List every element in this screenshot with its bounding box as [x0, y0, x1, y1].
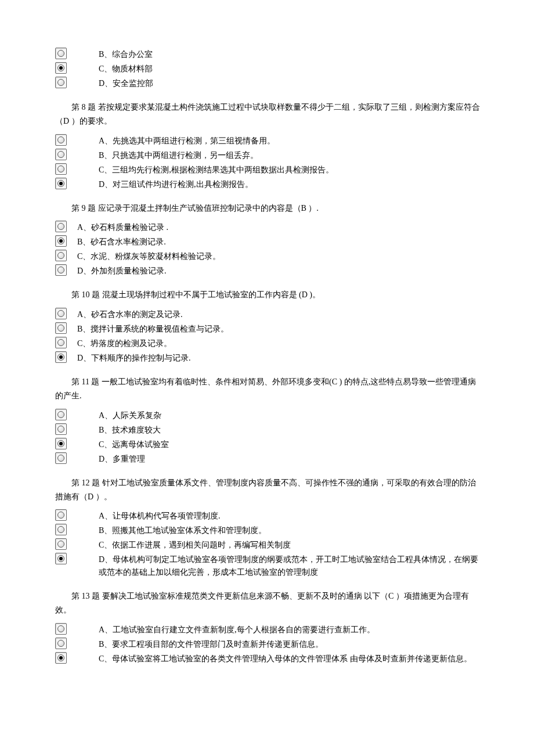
q10-option-d[interactable]: D、下料顺序的操作控制与记录. — [55, 351, 482, 365]
option-label: B、搅拌计量系统的称量视值检查与记录。 — [77, 322, 482, 336]
radio-icon — [55, 509, 67, 521]
radio-icon — [55, 221, 67, 232]
q9-text: 第 9 题 应记录于混凝土拌制生产试验值班控制记录中的内容是（B ）. — [55, 201, 482, 215]
option-label: D、母体机构可制定工地试验室各项管理制度的纲要或范本，开工时工地试验室结合工程具… — [99, 553, 482, 579]
option-label: C、水泥、粉煤灰等胶凝材料检验记录。 — [77, 250, 482, 263]
radio-icon — [55, 250, 67, 261]
radio-icon — [55, 149, 67, 160]
q11-option-b[interactable]: B、技术难度较大 — [55, 423, 482, 437]
radio-icon — [55, 438, 67, 449]
option-label: C、三组均先行检测,根据检测结果选其中两组数据出具检测报告。 — [99, 163, 482, 177]
q8-option-a[interactable]: A、先挑选其中两组进行检测，第三组视情备用。 — [55, 134, 482, 147]
q7-tail-options: B、综合办公室 C、物质材料部 D、安全监控部 — [55, 48, 482, 90]
q9-option-b[interactable]: B、砂石含水率检测记录. — [55, 235, 482, 249]
option-label: D、外加剂质量检验记录. — [77, 264, 482, 278]
radio-icon — [55, 423, 67, 435]
option-label: D、安全监控部 — [99, 77, 482, 90]
option-label: A、砂石料质量检验记录 . — [77, 221, 482, 234]
option-label: B、要求工程项目部的文件管理部门及时查新并传递更新信息。 — [99, 638, 482, 651]
q12-text: 第 12 题 针对工地试验室质量体系文件、管理制度内容质量不高、可操作性不强的通… — [55, 476, 482, 504]
q11-option-d[interactable]: D、多重管理 — [55, 452, 482, 466]
radio-icon — [55, 337, 67, 348]
option-label: B、照搬其他工地试验室体系文件和管理制度。 — [99, 524, 482, 537]
q12-option-c[interactable]: C、依据工作进展，遇到相关问题时，再编写相关制度 — [55, 538, 482, 552]
radio-icon — [55, 623, 67, 635]
q9-options: A、砂石料质量检验记录 . B、砂石含水率检测记录. C、水泥、粉煤灰等胶凝材料… — [55, 221, 482, 278]
option-label: C、依据工作进展，遇到相关问题时，再编写相关制度 — [99, 538, 482, 552]
radio-icon — [55, 235, 67, 247]
radio-icon — [55, 409, 67, 420]
radio-icon — [55, 322, 67, 334]
option-label: C、远离母体试验室 — [99, 438, 482, 451]
q13-options: A、工地试验室自行建立文件查新制度,每个人根据各自的需要进行查新工作。 B、要求… — [55, 623, 482, 665]
option-label: D、下料顺序的操作控制与记录. — [77, 351, 482, 365]
radio-icon — [55, 163, 67, 175]
q8-option-d[interactable]: D、对三组试件均进行检测,出具检测报告。 — [55, 178, 482, 191]
q12-option-d[interactable]: D、母体机构可制定工地试验室各项管理制度的纲要或范本，开工时工地试验室结合工程具… — [55, 553, 482, 579]
q9-option-d[interactable]: D、外加剂质量检验记录. — [55, 264, 482, 278]
radio-icon — [55, 538, 67, 550]
option-label: B、综合办公室 — [99, 48, 482, 61]
q11-text: 第 11 题 一般工地试验室均有着临时性、条件相对简易、外部环境多变和(C ) … — [55, 375, 482, 403]
option-label: B、技术难度较大 — [99, 423, 482, 437]
q13-option-b[interactable]: B、要求工程项目部的文件管理部门及时查新并传递更新信息。 — [55, 638, 482, 651]
option-label: A、先挑选其中两组进行检测，第三组视情备用。 — [99, 134, 482, 147]
radio-icon — [55, 452, 67, 464]
option-label: A、工地试验室自行建立文件查新制度,每个人根据各自的需要进行查新工作。 — [99, 623, 482, 636]
radio-icon — [55, 638, 67, 649]
option-label: B、只挑选其中两组进行检测，另一组丢弃。 — [99, 149, 482, 162]
q10-option-c[interactable]: C、坍落度的检测及记录。 — [55, 337, 482, 350]
radio-icon — [55, 178, 67, 189]
q11-option-c[interactable]: C、远离母体试验室 — [55, 438, 482, 451]
q7-option-c[interactable]: C、物质材料部 — [55, 62, 482, 75]
q8-options: A、先挑选其中两组进行检测，第三组视情备用。 B、只挑选其中两组进行检测，另一组… — [55, 134, 482, 191]
radio-icon — [55, 264, 67, 276]
option-label: C、坍落度的检测及记录。 — [77, 337, 482, 350]
option-label: C、母体试验室将工地试验室的各类文件管理纳入母体的文件管理体系 由母体及时查新并… — [99, 652, 482, 665]
q12-options: A、让母体机构代写各项管理制度. B、照搬其他工地试验室体系文件和管理制度。 C… — [55, 509, 482, 579]
q10-option-b[interactable]: B、搅拌计量系统的称量视值检查与记录。 — [55, 322, 482, 336]
q11-option-a[interactable]: A、人际关系复杂 — [55, 409, 482, 422]
radio-icon — [55, 524, 67, 535]
option-label: A、砂石含水率的测定及记录. — [77, 308, 482, 321]
q10-text: 第 10 题 混凝土现场拌制过程中不属于工地试验室的工作内容是 (D )。 — [55, 288, 482, 302]
q13-text: 第 13 题 要解决工地试验室标准规范类文件更新信息来源不畅、更新不及时的通病 … — [55, 589, 482, 617]
option-label: A、让母体机构代写各项管理制度. — [99, 509, 482, 523]
q12-option-b[interactable]: B、照搬其他工地试验室体系文件和管理制度。 — [55, 524, 482, 537]
q13-option-a[interactable]: A、工地试验室自行建立文件查新制度,每个人根据各自的需要进行查新工作。 — [55, 623, 482, 636]
q10-options: A、砂石含水率的测定及记录. B、搅拌计量系统的称量视值检查与记录。 C、坍落度… — [55, 308, 482, 365]
q8-text: 第 8 题 若按规定要求某混凝土构件浇筑施工过程中试块取样数量不得少于二组，实际… — [55, 100, 482, 128]
q8-option-b[interactable]: B、只挑选其中两组进行检测，另一组丢弃。 — [55, 149, 482, 162]
radio-icon — [55, 308, 67, 319]
radio-icon — [55, 652, 67, 664]
radio-icon — [55, 553, 67, 564]
q8-option-c[interactable]: C、三组均先行检测,根据检测结果选其中两组数据出具检测报告。 — [55, 163, 482, 177]
q13-option-c[interactable]: C、母体试验室将工地试验室的各类文件管理纳入母体的文件管理体系 由母体及时查新并… — [55, 652, 482, 665]
q12-option-a[interactable]: A、让母体机构代写各项管理制度. — [55, 509, 482, 523]
q11-options: A、人际关系复杂 B、技术难度较大 C、远离母体试验室 D、多重管理 — [55, 409, 482, 466]
radio-icon — [55, 62, 67, 74]
option-label: D、多重管理 — [99, 452, 482, 466]
q7-option-d[interactable]: D、安全监控部 — [55, 77, 482, 90]
q9-option-a[interactable]: A、砂石料质量检验记录 . — [55, 221, 482, 234]
q7-option-b[interactable]: B、综合办公室 — [55, 48, 482, 61]
option-label: B、砂石含水率检测记录. — [77, 235, 482, 249]
option-label: C、物质材料部 — [99, 62, 482, 75]
radio-icon — [55, 48, 67, 59]
radio-icon — [55, 351, 67, 363]
q10-option-a[interactable]: A、砂石含水率的测定及记录. — [55, 308, 482, 321]
radio-icon — [55, 134, 67, 146]
radio-icon — [55, 77, 67, 88]
option-label: D、对三组试件均进行检测,出具检测报告。 — [99, 178, 482, 191]
option-label: A、人际关系复杂 — [99, 409, 482, 422]
q9-option-c[interactable]: C、水泥、粉煤灰等胶凝材料检验记录。 — [55, 250, 482, 263]
